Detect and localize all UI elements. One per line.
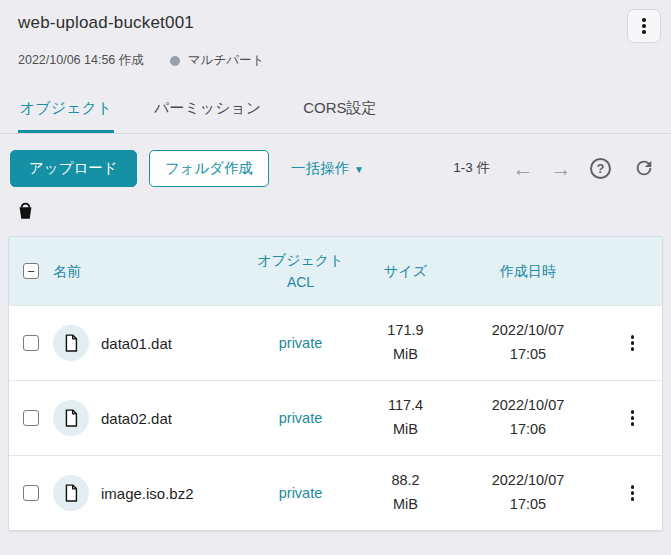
object-created-datetime: 2022/10/07 17:06 xyxy=(453,394,603,442)
object-acl-link[interactable]: private xyxy=(243,485,358,501)
row-actions-menu-button[interactable] xyxy=(603,485,662,501)
bucket-meta: 2022/10/06 14:56 作成 マルチパート xyxy=(0,43,671,69)
object-created-datetime: 2022/10/07 17:05 xyxy=(453,319,603,367)
created-timestamp: 2022/10/06 14:56 作成 xyxy=(18,52,144,69)
file-icon xyxy=(53,475,89,511)
bulk-actions-dropdown[interactable]: 一括操作 ▼ xyxy=(291,159,364,178)
refresh-icon[interactable] xyxy=(633,156,657,180)
kebab-menu-icon xyxy=(642,18,646,34)
object-name-link[interactable]: data01.dat xyxy=(101,335,172,352)
table-row: data02.dat private 117.4 MiB 2022/10/07 … xyxy=(9,380,662,455)
row-actions-menu-button[interactable] xyxy=(603,410,662,426)
object-name-link[interactable]: image.iso.bz2 xyxy=(101,485,194,502)
objects-table: − 名前 オブジェクト ACL サイズ 作成日時 data01.dat priv… xyxy=(8,236,663,531)
object-toolbar: アップロード フォルダ作成 一括操作 ▼ 1-3 件 ← → ? xyxy=(10,148,657,188)
help-icon[interactable]: ? xyxy=(590,158,611,179)
breadcrumb xyxy=(0,188,671,222)
tab-cors-settings[interactable]: CORS設定 xyxy=(301,95,378,133)
object-acl-link[interactable]: private xyxy=(243,335,358,351)
object-created-datetime: 2022/10/07 17:05 xyxy=(453,469,603,517)
row-checkbox[interactable] xyxy=(23,335,39,351)
page-title: web-upload-bucket001 xyxy=(18,9,194,33)
kebab-menu-icon xyxy=(631,485,635,501)
table-row: image.iso.bz2 private 88.2 MiB 2022/10/0… xyxy=(9,455,662,530)
file-icon xyxy=(53,400,89,436)
column-header-acl: オブジェクト ACL xyxy=(243,249,358,294)
kebab-menu-icon xyxy=(631,410,635,426)
table-row: data01.dat private 171.9 MiB 2022/10/07 … xyxy=(9,305,662,380)
create-folder-button[interactable]: フォルダ作成 xyxy=(149,150,269,187)
column-header-created: 作成日時 xyxy=(453,260,603,282)
bulk-actions-label: 一括操作 xyxy=(291,159,349,178)
row-checkbox[interactable] xyxy=(23,485,39,501)
tab-bar: オブジェクト パーミッション CORS設定 xyxy=(0,95,671,134)
pagination: 1-3 件 ← → ? xyxy=(453,156,657,180)
kebab-menu-icon xyxy=(631,335,635,351)
object-size: 117.4 MiB xyxy=(358,394,453,442)
select-all-checkbox[interactable]: − xyxy=(23,263,39,279)
bucket-detail-page: web-upload-bucket001 2022/10/06 14:56 作成… xyxy=(0,0,671,555)
object-size: 171.9 MiB xyxy=(358,319,453,367)
upload-button[interactable]: アップロード xyxy=(10,150,137,187)
object-name-link[interactable]: data02.dat xyxy=(101,410,172,427)
bucket-actions-menu-button[interactable] xyxy=(627,9,661,43)
next-page-arrow-icon[interactable]: → xyxy=(542,158,580,179)
tab-permissions[interactable]: パーミッション xyxy=(152,95,263,133)
title-bar: web-upload-bucket001 xyxy=(0,0,671,43)
column-header-name: 名前 xyxy=(53,260,243,282)
object-size: 88.2 MiB xyxy=(358,469,453,517)
multipart-badge: マルチパート xyxy=(188,52,264,69)
column-header-size: サイズ xyxy=(358,260,453,282)
tab-objects[interactable]: オブジェクト xyxy=(18,95,114,133)
table-header-row: − 名前 オブジェクト ACL サイズ 作成日時 xyxy=(9,237,662,305)
bucket-root-icon[interactable] xyxy=(16,200,35,227)
file-icon xyxy=(53,325,89,361)
item-range-label: 1-3 件 xyxy=(453,159,490,177)
row-checkbox[interactable] xyxy=(23,410,39,426)
multipart-status-dot-icon xyxy=(170,56,180,66)
object-acl-link[interactable]: private xyxy=(243,410,358,426)
prev-page-arrow-icon[interactable]: ← xyxy=(504,158,542,179)
caret-down-icon: ▼ xyxy=(354,162,364,175)
row-actions-menu-button[interactable] xyxy=(603,335,662,351)
